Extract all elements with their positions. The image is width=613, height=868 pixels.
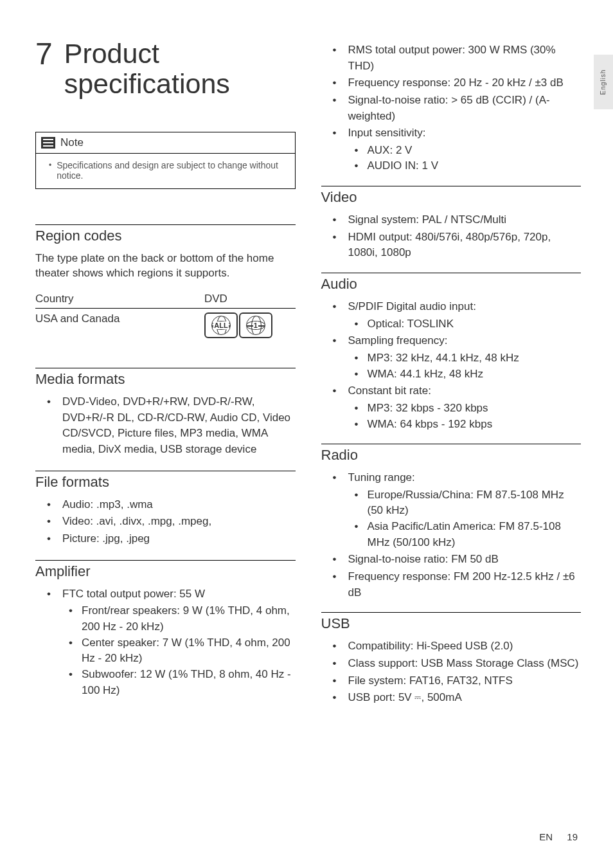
footer-lang: EN (539, 831, 553, 842)
audio-spdif: S/PDIF Digital audio input: Optical: TOS… (321, 299, 582, 332)
dvd-region-1-icon: 1 (239, 312, 272, 338)
file-audio: Audio: .mp3, .wma (35, 497, 296, 513)
footer-page: 19 (567, 831, 578, 842)
file-video: Video: .avi, .divx, .mpg, .mpeg, (35, 514, 296, 530)
audio-mp3-rate: MP3: 32 kbps - 320 kbps (348, 401, 582, 417)
amp-audio-in: AUDIO IN: 1 V (348, 158, 582, 174)
row-country: USA and Canada (35, 309, 204, 343)
note-box: Note • Specifications and design are sub… (35, 132, 296, 189)
radio-tuning: Tuning range: Europe/Russia/China: FM 87… (321, 470, 582, 550)
amp-front-rear: Front/rear speakers: 9 W (1% THD, 4 ohm,… (62, 603, 296, 635)
col-dvd: DVD (204, 290, 296, 309)
audio-mp3-freq: MP3: 32 kHz, 44.1 kHz, 48 kHz (348, 350, 582, 366)
file-picture: Picture: .jpg, .jpeg (35, 531, 296, 547)
amp-freq: Frequency response: 20 Hz - 20 kHz / ±3 … (321, 75, 582, 91)
page-footer: EN 19 (539, 831, 578, 842)
audio-optical: Optical: TOSLINK (348, 316, 582, 332)
dvd-region-all-icon: ALL (204, 312, 238, 338)
video-heading: Video (321, 186, 582, 206)
media-formats-heading: Media formats (35, 368, 296, 388)
amp-snr: Signal-to-noise ratio: > 65 dB (CCIR) / … (321, 93, 582, 124)
region-codes-heading: Region codes (35, 224, 296, 244)
amp-rms: RMS total output power: 300 W RMS (30% T… (321, 42, 582, 74)
radio-snr: Signal-to-noise ratio: FM 50 dB (321, 552, 582, 568)
region-codes-intro: The type plate on the back or bottom of … (35, 251, 296, 282)
chapter-title: Product specifications (64, 39, 296, 100)
usb-heading: USB (321, 612, 582, 632)
chapter-header: 7 Product specifications (35, 39, 296, 100)
amp-aux: AUX: 2 V (348, 143, 582, 159)
usb-compat: Compatibility: Hi-Speed USB (2.0) (321, 638, 582, 655)
note-icon (41, 137, 55, 149)
usb-class: Class support: USB Mass Storage Class (M… (321, 656, 582, 672)
radio-heading: Radio (321, 444, 582, 464)
file-formats-heading: File formats (35, 471, 296, 491)
radio-asia: Asia Pacific/Latin America: FM 87.5-108 … (348, 519, 582, 550)
amp-sub: Subwoofer: 12 W (1% THD, 8 ohm, 40 Hz - … (62, 667, 296, 698)
amp-center: Center speaker: 7 W (1% THD, 4 ohm, 200 … (62, 635, 296, 667)
audio-sampling: Sampling frequency: MP3: 32 kHz, 44.1 kH… (321, 333, 582, 382)
audio-wma-rate: WMA: 64 kbps - 192 kbps (348, 417, 582, 433)
chapter-number: 7 (35, 39, 53, 69)
audio-wma-freq: WMA: 44.1 kHz, 48 kHz (348, 366, 582, 383)
note-label: Note (60, 136, 84, 149)
audio-bitrate: Constant bit rate: MP3: 32 kbps - 320 kb… (321, 383, 582, 432)
usb-port: USB port: 5V ⎓, 500mA (321, 690, 582, 706)
language-tab-label: English (600, 69, 607, 95)
amp-ftc: FTC total output power: 55 W Front/rear … (35, 586, 296, 698)
video-signal: Signal system: PAL / NTSC/Multi (321, 212, 582, 228)
media-formats-item: DVD-Video, DVD+R/+RW, DVD-R/-RW, DVD+R/-… (35, 394, 296, 458)
radio-freq: Frequency response: FM 200 Hz-12.5 kHz /… (321, 569, 582, 601)
amplifier-heading: Amplifier (35, 560, 296, 580)
language-tab: English (594, 55, 613, 109)
video-hdmi: HDMI output: 480i/576i, 480p/576p, 720p,… (321, 230, 582, 261)
usb-fs: File system: FAT16, FAT32, NTFS (321, 673, 582, 689)
radio-europe: Europe/Russia/China: FM 87.5-108 MHz (50… (348, 487, 582, 519)
note-text: Specifications and design are subject to… (57, 160, 287, 181)
audio-heading: Audio (321, 273, 582, 293)
region-table: Country DVD USA and Canada ALL 1 (35, 290, 296, 342)
col-country: Country (35, 290, 204, 309)
amp-input: Input sensitivity: AUX: 2 V AUDIO IN: 1 … (321, 125, 582, 174)
